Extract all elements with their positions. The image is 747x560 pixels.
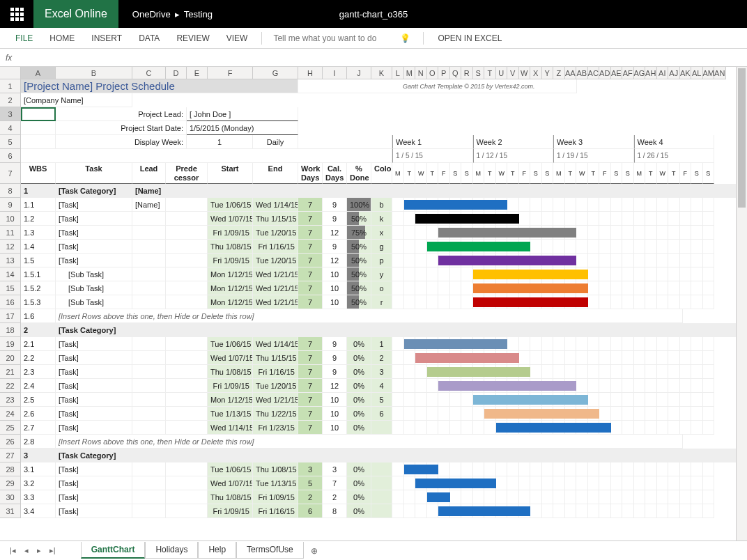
cell[interactable] — [691, 379, 703, 393]
cell[interactable]: 7 — [298, 351, 323, 365]
cell[interactable] — [450, 421, 462, 435]
lightbulb-icon[interactable]: 💡 — [400, 33, 410, 43]
ribbon-tab-review[interactable]: REVIEW — [168, 28, 217, 49]
cell[interactable] — [404, 212, 416, 226]
cell[interactable]: [Task] — [56, 504, 132, 518]
cell[interactable]: 3.1 — [21, 462, 56, 476]
cell[interactable]: [Sub Task] — [56, 281, 132, 295]
percent-done[interactable]: 50% — [347, 240, 371, 254]
cell[interactable]: Thu 1/15/15 — [253, 212, 298, 226]
row-header[interactable]: 1 — [0, 79, 21, 93]
cell[interactable] — [565, 476, 577, 490]
col-header[interactable]: B — [56, 67, 132, 79]
cell[interactable] — [392, 337, 404, 351]
cell[interactable] — [703, 295, 715, 309]
col-header[interactable]: AK — [680, 67, 692, 79]
cell[interactable] — [392, 240, 404, 254]
day-header[interactable]: S — [542, 163, 554, 184]
cell[interactable] — [166, 476, 208, 490]
cell[interactable] — [542, 240, 554, 254]
cell[interactable] — [461, 407, 473, 421]
cell[interactable] — [392, 421, 404, 435]
row-header[interactable]: 22 — [0, 379, 21, 393]
cell[interactable] — [668, 462, 680, 476]
cell[interactable] — [645, 365, 657, 379]
cell[interactable] — [634, 281, 646, 295]
cell[interactable] — [542, 504, 554, 518]
cell[interactable] — [634, 462, 646, 476]
cell[interactable] — [680, 337, 692, 351]
cell[interactable] — [298, 135, 392, 149]
col-header[interactable]: H — [298, 67, 323, 79]
cell[interactable] — [404, 267, 416, 281]
cell[interactable]: 1 / 19 / 15 — [553, 149, 634, 163]
cell[interactable] — [657, 212, 669, 226]
cell[interactable] — [634, 254, 646, 267]
row-header[interactable]: 29 — [0, 476, 21, 490]
cell[interactable]: Cal. Days — [323, 163, 347, 184]
cell[interactable] — [427, 393, 439, 407]
cell[interactable] — [507, 476, 519, 490]
cell[interactable] — [404, 504, 416, 518]
cell[interactable] — [657, 254, 669, 267]
cell[interactable] — [404, 476, 416, 490]
project-title[interactable]: [Project Name] Project Schedule — [21, 79, 298, 93]
cell[interactable] — [691, 365, 703, 379]
cell[interactable]: 3 — [371, 365, 392, 379]
cell[interactable] — [703, 421, 715, 435]
cell[interactable] — [703, 407, 715, 421]
cell[interactable]: % Done — [347, 163, 371, 184]
cell[interactable]: 9 — [323, 351, 347, 365]
cell[interactable]: 12 — [323, 226, 347, 240]
breadcrumb-root[interactable]: OneDrive — [132, 9, 171, 20]
col-header[interactable]: AH — [645, 67, 657, 79]
cell[interactable]: 7 — [298, 281, 323, 295]
cell[interactable]: Task — [56, 163, 132, 184]
cell[interactable]: 7 — [298, 365, 323, 379]
cell[interactable] — [392, 379, 404, 393]
cell[interactable] — [599, 337, 611, 351]
cell[interactable] — [599, 295, 611, 309]
day-header[interactable]: S — [703, 163, 715, 184]
cell[interactable] — [484, 490, 496, 504]
cell[interactable] — [404, 281, 416, 295]
cell[interactable] — [415, 421, 427, 435]
cell[interactable] — [611, 254, 623, 267]
cell[interactable] — [450, 490, 462, 504]
cell[interactable] — [691, 295, 703, 309]
cell[interactable] — [415, 490, 427, 504]
cell[interactable] — [553, 337, 565, 351]
cell[interactable] — [657, 476, 669, 490]
cell[interactable] — [634, 504, 646, 518]
cell[interactable] — [530, 504, 542, 518]
cell[interactable] — [703, 281, 715, 295]
cell[interactable] — [484, 421, 496, 435]
col-header[interactable]: C — [132, 67, 166, 79]
cell[interactable] — [634, 240, 646, 254]
cell[interactable] — [553, 504, 565, 518]
percent-done[interactable]: 50% — [347, 295, 371, 309]
cell[interactable] — [622, 379, 634, 393]
row-header[interactable]: 12 — [0, 240, 21, 254]
cell[interactable]: 12 — [323, 254, 347, 267]
cell[interactable] — [450, 295, 462, 309]
cell[interactable]: [Task] — [56, 421, 132, 435]
cell[interactable] — [588, 267, 600, 281]
row-header[interactable]: 28 — [0, 462, 21, 476]
cell[interactable]: 1.5.2 — [21, 281, 56, 295]
cell[interactable] — [507, 337, 519, 351]
cell[interactable] — [691, 462, 703, 476]
cell[interactable] — [461, 281, 473, 295]
percent-done[interactable]: 50% — [347, 212, 371, 226]
cell[interactable]: 3.3 — [21, 490, 56, 504]
cell[interactable] — [576, 476, 588, 490]
cell[interactable] — [703, 212, 715, 226]
cell[interactable] — [645, 240, 657, 254]
cell[interactable] — [668, 490, 680, 504]
cell[interactable] — [450, 407, 462, 421]
cell[interactable]: 2.4 — [21, 379, 56, 393]
cell[interactable]: 7 — [298, 337, 323, 351]
cell[interactable] — [496, 476, 508, 490]
cell[interactable]: Start — [208, 163, 253, 184]
cell[interactable]: 6 — [298, 504, 323, 518]
